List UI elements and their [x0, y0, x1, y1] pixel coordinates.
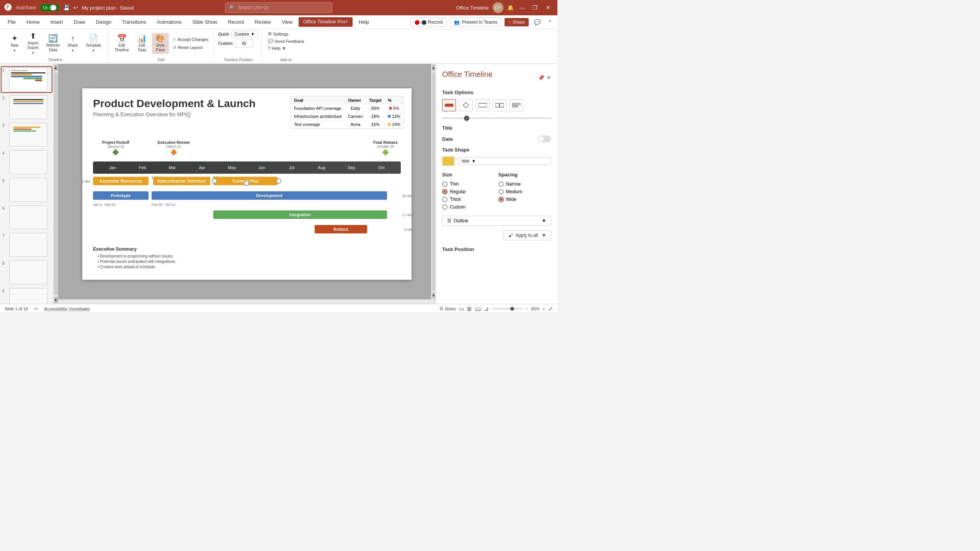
- share-button[interactable]: ↑ Share: [505, 18, 529, 26]
- help-button[interactable]: ? Help ▼: [266, 45, 307, 51]
- thick-radio[interactable]: [442, 197, 448, 202]
- quick-dropdown[interactable]: Custom ▼: [231, 31, 258, 37]
- task-bar-prototype[interactable]: Prototype: [93, 191, 149, 200]
- tab-draw[interactable]: Draw: [69, 18, 90, 26]
- slide-sorter-icon[interactable]: ⊞: [467, 306, 472, 312]
- medium-radio[interactable]: [498, 189, 504, 194]
- size-regular[interactable]: Regular: [442, 189, 495, 194]
- user-avatar[interactable]: OT: [493, 2, 503, 13]
- fit-slide-icon[interactable]: ⤢: [548, 306, 553, 312]
- shape-option-split[interactable]: [493, 99, 506, 111]
- spacing-medium[interactable]: Medium: [498, 189, 552, 194]
- spacing-narrow[interactable]: Narrow: [498, 181, 552, 187]
- outline-button[interactable]: ☰ Outline ▼: [442, 216, 551, 226]
- slide-thumb-6[interactable]: 6: [2, 205, 52, 230]
- tab-transitions[interactable]: Transitions: [118, 18, 151, 26]
- accept-changes-button[interactable]: ✓ Accept Changes: [170, 36, 211, 43]
- slide-thumb-1[interactable]: 1 Product Dev & Launch: [2, 67, 52, 92]
- size-thick[interactable]: Thick: [442, 197, 495, 202]
- task-bar-assemble[interactable]: Assemble Resources: [93, 177, 149, 185]
- size-thin[interactable]: Thin: [442, 181, 495, 187]
- present-in-teams-button[interactable]: 👥 Present in Teams: [450, 18, 501, 27]
- panel-close-icon[interactable]: ✕: [547, 75, 551, 81]
- tab-office-timeline[interactable]: Office Timeline Pro+: [299, 17, 353, 27]
- task-bar-subcontractor[interactable]: Subcontractor Selection: [153, 177, 210, 185]
- template-button[interactable]: 📄 Template ▼: [83, 33, 105, 54]
- size-custom[interactable]: Custom: [442, 204, 495, 210]
- restore-button[interactable]: ❐: [531, 3, 540, 12]
- shape-option-rectangle[interactable]: [476, 99, 490, 111]
- close-button[interactable]: ✕: [544, 3, 553, 12]
- slide-thumb-3[interactable]: 3: [2, 122, 52, 147]
- regular-radio[interactable]: [442, 189, 448, 194]
- custom-position-input[interactable]: [235, 39, 253, 47]
- style-slider[interactable]: [442, 117, 551, 119]
- presenter-view-icon[interactable]: ⊿: [484, 306, 489, 312]
- shape-option-bar[interactable]: [442, 99, 456, 111]
- new-button[interactable]: ✦ New ▼: [6, 33, 23, 54]
- settings-button[interactable]: ⚙ Settings: [266, 31, 307, 37]
- tab-help[interactable]: Help: [354, 18, 374, 26]
- accessibility-label[interactable]: Accessibility: Investigate: [44, 306, 90, 311]
- slide-thumb-4[interactable]: 4: [2, 150, 52, 175]
- spacing-wide[interactable]: Wide: [498, 197, 552, 202]
- quick-access-save[interactable]: 💾: [63, 5, 70, 11]
- tab-record[interactable]: Record: [223, 18, 248, 26]
- quick-access-undo[interactable]: ↩: [74, 5, 78, 11]
- canvas-right-scrollbar[interactable]: ▲ ▼: [431, 64, 436, 299]
- tab-slideshow[interactable]: Slide Show: [188, 18, 222, 26]
- task-handle-left[interactable]: [212, 178, 217, 184]
- vertical-scrollbar[interactable]: ▲ ▼: [54, 64, 58, 304]
- record-button[interactable]: ⬤ ⬤ Record: [410, 18, 447, 27]
- task-handle-mid[interactable]: [244, 181, 249, 186]
- panel-pin-icon[interactable]: 📌: [538, 75, 544, 81]
- reading-view-icon[interactable]: 📖: [475, 306, 481, 312]
- comments-icon[interactable]: 💬: [532, 18, 543, 27]
- share-timeline-button[interactable]: ↑ Share ▼: [64, 33, 81, 54]
- task-bar-rollout[interactable]: Rollout: [315, 225, 367, 233]
- tab-design[interactable]: Design: [91, 18, 116, 26]
- date-toggle[interactable]: [537, 135, 551, 142]
- tab-insert[interactable]: Insert: [46, 18, 68, 26]
- shape-color-swatch[interactable]: [442, 156, 454, 166]
- edit-timeline-button[interactable]: 📅 EditTimeline: [112, 33, 132, 54]
- autosave-toggle[interactable]: On: [40, 4, 59, 11]
- tab-home[interactable]: Home: [22, 18, 44, 26]
- slide-thumb-2[interactable]: 2: [2, 95, 52, 120]
- notes-button[interactable]: ☰ Notes: [439, 306, 456, 311]
- tab-animations[interactable]: Animations: [152, 18, 186, 26]
- custom-size-radio[interactable]: [442, 204, 448, 210]
- zoom-level[interactable]: 65%: [531, 306, 540, 311]
- edit-data-button[interactable]: 📊 EditData: [134, 33, 150, 54]
- zoom-slider[interactable]: [492, 308, 523, 310]
- apply-to-all-button[interactable]: 🖌 Apply to all ▼: [503, 230, 551, 240]
- slide-thumb-7[interactable]: 7: [2, 232, 52, 258]
- shape-option-diamond[interactable]: [459, 99, 473, 111]
- minimize-button[interactable]: —: [518, 3, 527, 12]
- horizontal-scrollbar[interactable]: [58, 299, 436, 304]
- style-pane-button[interactable]: 🎨 StylePane: [152, 33, 169, 54]
- zoom-in-icon[interactable]: +: [543, 306, 545, 311]
- ribbon-collapse-icon[interactable]: ⌃: [546, 18, 554, 26]
- notification-icon[interactable]: 🔔: [507, 5, 514, 11]
- tab-file[interactable]: File: [3, 18, 20, 26]
- slide-thumb-5[interactable]: 5: [2, 177, 52, 202]
- task-bar-development[interactable]: Development: [152, 191, 387, 200]
- slide-thumb-9[interactable]: 9: [2, 287, 52, 304]
- wide-radio[interactable]: [498, 197, 504, 202]
- send-feedback-button[interactable]: 💬 Send Feedback: [266, 38, 307, 44]
- narrow-radio[interactable]: [498, 181, 504, 187]
- search-bar[interactable]: 🔍 Search (Alt+Q): [225, 2, 332, 13]
- refresh-data-button[interactable]: 🔄 RefreshData: [43, 33, 63, 54]
- tab-review[interactable]: Review: [250, 18, 276, 26]
- thin-radio[interactable]: [442, 181, 448, 187]
- shape-option-gantt[interactable]: [510, 99, 523, 111]
- slide-thumb-8[interactable]: 8: [2, 260, 52, 285]
- task-handle-right[interactable]: [276, 178, 281, 184]
- zoom-out-icon[interactable]: −: [526, 306, 528, 311]
- task-bar-integration[interactable]: Integration: [213, 210, 387, 219]
- shape-style-select[interactable]: ▼: [458, 157, 551, 165]
- import-export-button[interactable]: ⬆ ImportExport ▼: [24, 31, 42, 56]
- normal-view-icon[interactable]: ▭: [459, 306, 464, 312]
- reset-layout-button[interactable]: ↺ Reset Layout: [170, 44, 211, 51]
